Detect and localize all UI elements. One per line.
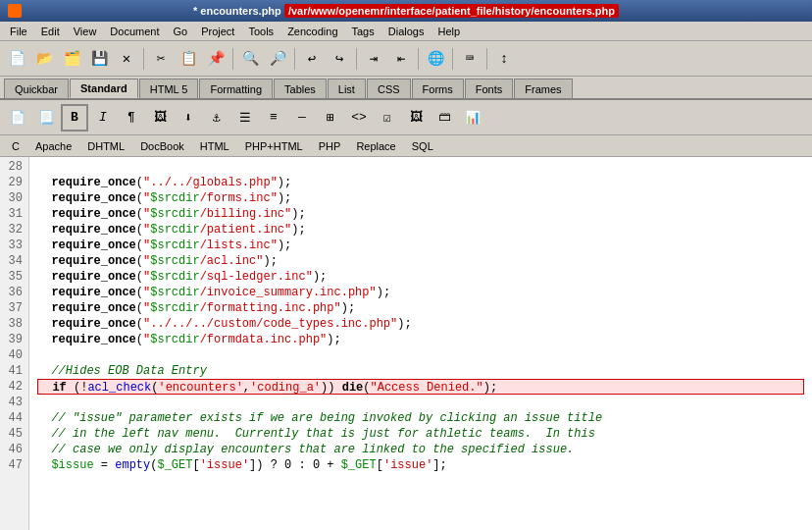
code-line-30[interactable]: require_once("$srcdir/forms.inc"); — [37, 190, 804, 206]
tab-frames[interactable]: Frames — [514, 79, 572, 98]
line-number-44: 44 — [4, 410, 23, 426]
close-btn[interactable]: ✕ — [114, 46, 139, 72]
code-line-28[interactable] — [37, 159, 804, 175]
menu-item-dialogs[interactable]: Dialogs — [382, 24, 431, 39]
tab-standard[interactable]: Standard — [70, 79, 138, 98]
tab-quickbar[interactable]: Quickbar — [4, 79, 69, 98]
doc-btn[interactable]: 📃 — [32, 104, 60, 132]
sep4 — [356, 48, 357, 70]
code-line-38[interactable]: require_once("../../../custom/code_types… — [37, 316, 804, 332]
line-number-31: 31 — [4, 206, 23, 222]
tab-tables[interactable]: Tables — [274, 79, 327, 98]
menu-item-project[interactable]: Project — [195, 24, 240, 39]
keyboard-btn[interactable]: ⌨ — [457, 46, 482, 72]
menu-item-go[interactable]: Go — [168, 24, 194, 39]
cut-btn[interactable]: ✂ — [148, 46, 174, 72]
tab-html-5[interactable]: HTML 5 — [139, 79, 199, 98]
code-line-36[interactable]: require_once("$srcdir/invoice_summary.in… — [37, 285, 804, 300]
line-number-33: 33 — [4, 238, 23, 253]
open-folder-btn[interactable]: 🗂️ — [59, 46, 84, 72]
replace-btn[interactable]: 🔎 — [265, 46, 290, 72]
img3-btn[interactable]: 🗃 — [431, 104, 458, 132]
para-btn[interactable]: ¶ — [118, 104, 145, 132]
code-line-31[interactable]: require_once("$srcdir/billing.inc"); — [37, 206, 804, 222]
tag-sql[interactable]: SQL — [408, 139, 437, 153]
code-line-34[interactable]: require_once("$srcdir/acl.inc"); — [37, 253, 804, 269]
menu-item-help[interactable]: Help — [431, 24, 466, 39]
code-line-43[interactable] — [37, 395, 804, 410]
code-area[interactable]: require_once("../../globals.php"); requi… — [29, 157, 812, 530]
filename-title: * encounters.php — [193, 5, 281, 17]
line-number-37: 37 — [4, 300, 23, 316]
cursor-btn[interactable]: ↕ — [491, 46, 517, 72]
menu-item-tags[interactable]: Tags — [346, 24, 381, 39]
menu-item-zencoding[interactable]: Zencoding — [281, 24, 343, 39]
tag-docbook[interactable]: DocBook — [136, 139, 188, 153]
tag-php-html[interactable]: PHP+HTML — [241, 139, 307, 153]
code-line-39[interactable]: require_once("$srcdir/formdata.inc.php")… — [37, 332, 804, 347]
tab-list[interactable]: List — [328, 79, 366, 98]
tag-apache[interactable]: Apache — [31, 139, 76, 153]
code-line-37[interactable]: require_once("$srcdir/formatting.inc.php… — [37, 300, 804, 316]
line-number-35: 35 — [4, 269, 23, 285]
tab-css[interactable]: CSS — [367, 79, 411, 98]
menu-item-view[interactable]: View — [68, 24, 103, 39]
page-btn[interactable]: 📄 — [4, 104, 31, 132]
hr-btn[interactable]: — — [288, 104, 316, 132]
tag-html[interactable]: HTML — [196, 139, 233, 153]
outdent-btn[interactable]: ⇤ — [388, 46, 414, 72]
code-line-44[interactable]: // "issue" parameter exists if we are be… — [37, 410, 804, 426]
img2-btn[interactable]: 🖼 — [402, 104, 430, 132]
italic-btn[interactable]: I — [89, 104, 117, 132]
anchor-btn[interactable]: ⚓ — [203, 104, 230, 132]
line-number-40: 40 — [4, 347, 23, 363]
redo-btn[interactable]: ↪ — [327, 46, 352, 72]
code-line-40[interactable] — [37, 347, 804, 363]
new-file-btn[interactable]: 📄 — [4, 46, 29, 72]
tag-replace[interactable]: Replace — [352, 139, 399, 153]
special-btn[interactable]: ☑ — [374, 104, 401, 132]
tag-dhtml[interactable]: DHTML — [83, 139, 128, 153]
code-line-42[interactable]: if (!acl_check('encounters','coding_a'))… — [37, 379, 804, 395]
line-number-39: 39 — [4, 332, 23, 347]
copy-btn[interactable]: 📋 — [176, 46, 201, 72]
menu-item-file[interactable]: File — [4, 24, 33, 39]
line-number-32: 32 — [4, 222, 23, 238]
line-number-38: 38 — [4, 316, 23, 332]
code-line-46[interactable]: // case we only display encounters that … — [37, 442, 804, 457]
table-btn[interactable]: ⊞ — [317, 104, 344, 132]
code-line-33[interactable]: require_once("$srcdir/lists.inc"); — [37, 238, 804, 253]
list-btn[interactable]: ☰ — [231, 104, 259, 132]
tab-formatting[interactable]: Formatting — [199, 79, 273, 98]
save-btn[interactable]: 💾 — [86, 46, 112, 72]
undo-btn[interactable]: ↩ — [299, 46, 325, 72]
code-line-45[interactable]: // in the left nav menu. Currently that … — [37, 426, 804, 442]
code-line-35[interactable]: require_once("$srcdir/sql-ledger.inc"); — [37, 269, 804, 285]
tab-forms[interactable]: Forms — [412, 79, 464, 98]
tab-fonts[interactable]: Fonts — [465, 79, 514, 98]
ol-btn[interactable]: ≡ — [260, 104, 287, 132]
search-btn[interactable]: 🔍 — [237, 46, 263, 72]
code-line-41[interactable]: //Hides EOB Data Entry — [37, 363, 804, 379]
tag-c[interactable]: C — [8, 139, 24, 153]
code-line-32[interactable]: require_once("$srcdir/patient.inc"); — [37, 222, 804, 238]
line-number-46: 46 — [4, 442, 23, 457]
tag-php[interactable]: PHP — [315, 139, 345, 153]
code-btn[interactable]: <> — [345, 104, 373, 132]
menu-item-document[interactable]: Document — [104, 24, 165, 39]
browser-btn[interactable]: 🌐 — [423, 46, 448, 72]
bold-btn[interactable]: B — [61, 104, 88, 132]
menu-item-edit[interactable]: Edit — [35, 24, 66, 39]
indent-btn[interactable]: ⇥ — [361, 46, 386, 72]
code-line-29[interactable]: require_once("../../globals.php"); — [37, 175, 804, 190]
line-number-29: 29 — [4, 175, 23, 190]
img4-btn[interactable]: 📊 — [459, 104, 486, 132]
open-file-btn[interactable]: 📂 — [31, 46, 57, 72]
down-btn[interactable]: ⬇ — [175, 104, 202, 132]
image-btn[interactable]: 🖼 — [146, 104, 174, 132]
toolbar2: 📄 📃 B I ¶ 🖼 ⬇ ⚓ ☰ ≡ — ⊞ <> ☑ 🖼 🗃 📊 — [0, 100, 812, 135]
menu-item-tools[interactable]: Tools — [242, 24, 279, 39]
line-numbers: 2829303132333435363738394041424344454647 — [0, 157, 29, 530]
code-line-47[interactable]: $issue = empty($_GET['issue']) ? 0 : 0 +… — [37, 457, 804, 473]
paste-btn[interactable]: 📌 — [203, 46, 228, 72]
